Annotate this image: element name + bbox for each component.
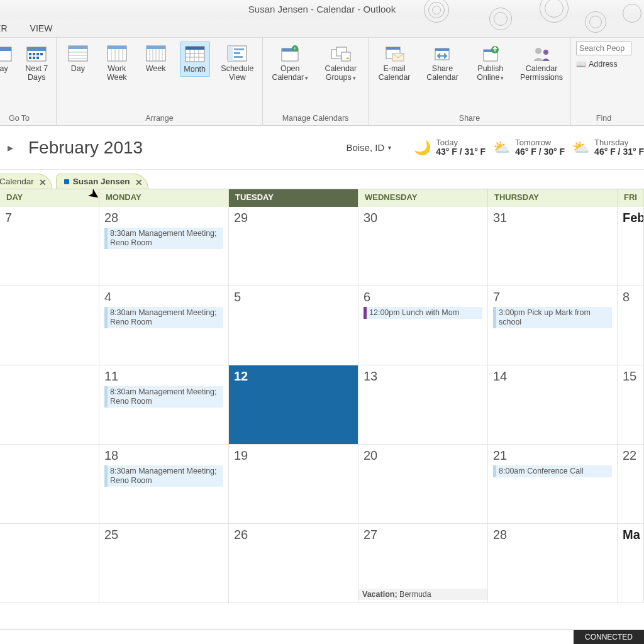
menu-view[interactable]: VIEW [30,19,62,37]
day-view-button[interactable]: Day [63,42,93,75]
day-number: 5 [234,290,353,304]
title-bar: Susan Jensen - Calendar - Outlook [0,0,644,19]
day-number: 28 [493,528,612,542]
calendar-cell[interactable]: 19 [229,445,358,524]
calendar-cell[interactable]: 30 [358,207,488,286]
forecast-tomorrow: ⛅ Tomorrow46° F / 30° F [493,138,565,157]
calendar-cell[interactable]: 31 [488,207,618,286]
temp: 46° F / 30° F [515,147,565,157]
next-month-button[interactable]: ▸ [8,141,13,155]
svg-rect-40 [234,52,240,54]
calendar-cell[interactable]: 15 [618,365,644,445]
calendar-cell[interactable]: 218:00am Conference Call [488,445,618,524]
day-header: DAY [0,189,99,207]
allday-event[interactable]: Vacation; Bermuda [358,589,487,600]
workweek-view-button[interactable]: Work Week [102,42,132,85]
next7days-button[interactable]: Next 7 Days [24,42,50,85]
calendar-cell[interactable]: Feb [618,207,644,286]
chevron-down-icon: ▾ [388,144,391,151]
calendar-grid[interactable]: 7288:30am Management Meeting; Reno Room2… [0,207,644,603]
schedule-view-button[interactable]: Schedule View [219,42,256,85]
calendar-event[interactable]: 8:30am Management Meeting; Reno Room [104,307,223,328]
svg-rect-24 [147,46,165,49]
calendar-cell[interactable]: 26 [229,524,358,603]
month-view-button[interactable]: Month [180,42,210,77]
svg-rect-38 [228,46,233,61]
close-tab-icon[interactable]: ✕ [135,177,143,187]
calendar-cell[interactable]: 29 [229,207,358,286]
calendar-cell[interactable]: 13 [358,365,488,445]
address-book-button[interactable]: 📖Address [576,59,631,69]
svg-rect-9 [29,57,31,59]
calendar-cell[interactable]: Ma [618,524,644,603]
svg-rect-1 [0,47,11,51]
calendar-cell[interactable]: 27Vacation; Bermuda [358,524,488,603]
calendar-cell[interactable]: 118:30am Management Meeting; Reno Room [99,365,229,445]
calendar-cell[interactable]: 73:00pm Pick up Mark from school [488,286,618,365]
calendar-event[interactable]: 12:00pm Lunch with Mom [364,307,482,319]
address-book-icon: 📖 [576,59,586,69]
calendar-tabs: Calendar ✕ Susan Jensen ✕ [0,169,644,189]
calendar-cell[interactable]: 25 [99,524,229,603]
day-number: 21 [493,448,612,463]
calendar-cell[interactable]: 48:30am Management Meeting; Reno Room [99,286,229,365]
day-header: FRI [618,189,644,207]
day-number: 7 [493,290,612,304]
connection-status: CONNECTED [574,630,644,644]
share-calendar-button[interactable]: Share Calendar [423,42,462,85]
calendar-cell[interactable]: 20 [358,445,488,524]
calendar-event[interactable]: 8:30am Management Meeting; Reno Room [104,386,223,408]
forecast-thursday: ⛅ Thursday46° F / 31° F [572,138,644,157]
calendar-cell[interactable]: 28 [488,524,618,603]
day-number: 13 [364,369,482,384]
email-calendar-button[interactable]: E-mail Calendar [375,42,414,85]
calendar-cell[interactable]: 288:30am Management Meeting; Reno Room [99,207,229,286]
today-button[interactable]: day [0,42,15,75]
group-label-find: Find [576,114,631,124]
publish-online-button[interactable]: Publish Online▾ [471,42,510,85]
calendar-cell[interactable]: 22 [618,445,644,524]
calendar-event[interactable]: 8:30am Management Meeting; Reno Room [104,465,223,487]
calendar-cell[interactable]: 5 [229,286,358,365]
calendar-cell[interactable]: 188:30am Management Meeting; Reno Room [99,445,229,524]
current-month: February 2013 [28,138,143,158]
tab-susan-jensen[interactable]: Susan Jensen ✕ [56,174,148,189]
week-view-button[interactable]: Week [141,42,171,75]
calendar-event[interactable]: 8:30am Management Meeting; Reno Room [104,228,223,249]
group-label-goto: Go To [0,114,50,124]
calendar-event[interactable]: 8:00am Conference Call [493,465,612,477]
svg-rect-48 [341,52,350,61]
tab-calendar[interactable]: Calendar ✕ [0,174,52,189]
calendar-cell[interactable] [0,524,99,603]
partly-cloudy-icon: ⛅ [493,140,510,156]
calendar-cell[interactable] [0,286,99,365]
calendar-cell[interactable]: 14 [488,365,618,445]
calendar-cell[interactable]: 612:00pm Lunch with Mom [358,286,488,365]
partly-cloudy-icon: ⛅ [572,140,589,156]
calendar-cell[interactable]: 12 [229,365,358,445]
month-icon [184,45,206,64]
open-calendar-button[interactable]: + Open Calendar▾ [269,42,311,85]
chevron-down-icon: ▾ [501,75,504,81]
temp: 43° F / 31° F [436,147,486,157]
label: Schedule View [221,64,253,82]
calendar-event[interactable]: 3:00pm Pick up Mark from school [493,307,612,328]
calendar-permissions-button[interactable]: Calendar Permissions [519,42,564,85]
label: Calendar Groups▾ [325,64,357,82]
svg-rect-7 [36,53,39,55]
label: Boise, ID [346,142,384,153]
calendar-cell[interactable]: 7 [0,207,99,286]
calendar-cell[interactable] [0,445,99,524]
calendar-cell[interactable] [0,365,99,445]
menu-folder[interactable]: DER [0,19,16,37]
location-picker[interactable]: Boise, ID▾ [346,142,391,153]
calendar-cell[interactable]: 8 [618,286,644,365]
ribbon: day Next 7 Days Go To Day Work Week Week [0,38,644,126]
label: Address [589,60,618,69]
search-people-input[interactable] [576,42,631,55]
day-number: 6 [364,290,482,304]
label: Open Calendar▾ [272,64,308,82]
calendar-groups-button[interactable]: Calendar Groups▾ [320,42,362,85]
close-tab-icon[interactable]: ✕ [39,177,47,187]
day-number: 25 [104,528,223,542]
